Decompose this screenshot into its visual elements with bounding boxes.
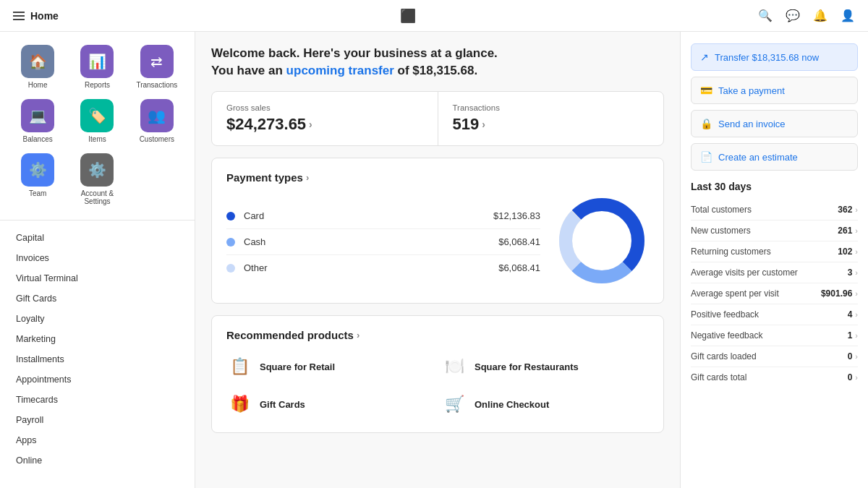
stat-chevron: › xyxy=(855,205,858,214)
sidebar-nav-appointments[interactable]: Appointments xyxy=(0,369,195,390)
transactions-value: 519 › xyxy=(453,115,650,134)
metric-gross-sales[interactable]: Gross sales $24,273.65 › xyxy=(212,92,438,145)
other-name: Other xyxy=(244,262,498,273)
stat-total-customers[interactable]: Total customers 362 › xyxy=(691,200,858,221)
sidebar-item-account[interactable]: ⚙️ Account & Settings xyxy=(69,150,124,208)
donut-chart-container xyxy=(555,194,649,290)
payment-types-content: Card $12,136.83 Cash $6,068.41 Other $6,… xyxy=(226,194,649,290)
logo-icon: ⬛ xyxy=(400,9,416,23)
transfer-link[interactable]: upcoming transfer xyxy=(286,64,394,77)
action-estimate[interactable]: 📄 Create an estimate xyxy=(691,143,858,171)
payment-types-chevron: › xyxy=(306,172,309,183)
donut-chart xyxy=(555,194,649,288)
profile-icon[interactable]: 👤 xyxy=(841,9,855,22)
stat-name-label: Average spent per visit xyxy=(691,288,821,299)
sidebar-item-transactions[interactable]: ⇄ Transactions xyxy=(129,42,184,92)
hamburger-menu[interactable] xyxy=(13,12,25,20)
action-invoice[interactable]: 🔒 Send an invoice xyxy=(691,110,858,137)
home-icon-box: 🏠 xyxy=(21,45,54,78)
sidebar-nav-marketing[interactable]: Marketing xyxy=(0,329,195,349)
account-label: Account & Settings xyxy=(71,189,123,205)
stat-gift-cards-total[interactable]: Gift cards total 0 › xyxy=(691,367,858,388)
sidebar-nav-apps[interactable]: Apps xyxy=(0,430,195,450)
transactions-icon-box: ⇄ xyxy=(140,45,174,78)
sidebar-nav-timecards[interactable]: Timecards xyxy=(0,390,195,410)
stat-name-label: Returning customers xyxy=(691,247,838,257)
sidebar-item-team[interactable]: ⚙️ Team xyxy=(10,150,65,208)
card-name: Card xyxy=(244,210,493,221)
transfer-label: Transfer $18,315.68 now xyxy=(715,52,819,63)
reports-label: Reports xyxy=(85,81,110,89)
stat-average-spent-per-visit[interactable]: Average spent per visit $901.96 › xyxy=(691,283,858,304)
product-giftcards[interactable]: 🎁 Gift Cards xyxy=(226,389,434,419)
sidebar-item-reports[interactable]: 📊 Reports xyxy=(69,42,124,92)
invoice-label: Send an invoice xyxy=(718,119,786,129)
estimate-icon: 📄 xyxy=(700,151,712,163)
other-dot xyxy=(226,264,235,273)
app-shell: Home ⬛ 🔍 💬 🔔 👤 🏠 Home 📊 Reports ⇄ Transa… xyxy=(0,0,868,488)
transfer-icon: ↗ xyxy=(700,51,709,63)
team-label: Team xyxy=(29,189,46,197)
main-area: 🏠 Home 📊 Reports ⇄ Transactions 💻 Balanc… xyxy=(0,32,868,488)
stat-positive-feedback[interactable]: Positive feedback 4 › xyxy=(691,304,858,325)
gross-sales-value: $24,273.65 › xyxy=(226,115,423,134)
sidebar-nav-capital[interactable]: Capital xyxy=(0,228,195,248)
stat-chevron: › xyxy=(855,289,858,298)
metric-transactions[interactable]: Transactions 519 › xyxy=(438,92,664,145)
stat-name-label: New customers xyxy=(691,226,838,236)
retail-name: Square for Retail xyxy=(260,361,335,372)
sidebar-nav-virtual-terminal[interactable]: Virtual Terminal xyxy=(0,268,195,288)
welcome-prefix: You have an xyxy=(211,64,286,77)
card-amount: $12,136.83 xyxy=(493,210,540,221)
balances-icon-box: 💻 xyxy=(21,99,54,132)
last30-title: Last 30 days xyxy=(691,181,858,192)
transactions-chevron: › xyxy=(482,119,485,130)
sidebar-item-customers[interactable]: 👥 Customers xyxy=(129,96,184,146)
sidebar-icons-grid: 🏠 Home 📊 Reports ⇄ Transactions 💻 Balanc… xyxy=(0,42,195,215)
recommended-title[interactable]: Recommended products › xyxy=(226,329,649,341)
stat-average-visits-per-customer[interactable]: Average visits per customer 3 › xyxy=(691,262,858,283)
welcome-suffix: of $18,315.68. xyxy=(394,64,477,77)
product-checkout[interactable]: 🛒 Online Checkout xyxy=(441,389,649,419)
chat-icon[interactable]: 💬 xyxy=(786,9,800,22)
stat-chevron: › xyxy=(855,373,858,382)
stat-chevron: › xyxy=(855,226,858,235)
payment-types-title[interactable]: Payment types › xyxy=(226,171,649,184)
top-bar-logo: ⬛ xyxy=(400,8,416,24)
balances-label: Balances xyxy=(23,135,53,143)
bell-icon[interactable]: 🔔 xyxy=(813,9,827,22)
stat-value: 0 xyxy=(848,351,853,361)
stat-negative-feedback[interactable]: Negative feedback 1 › xyxy=(691,325,858,346)
action-transfer[interactable]: ↗ Transfer $18,315.68 now xyxy=(691,43,858,71)
sidebar-nav-loyalty[interactable]: Loyalty xyxy=(0,309,195,329)
stat-gift-cards-loaded[interactable]: Gift cards loaded 0 › xyxy=(691,346,858,367)
payment-row-cash: Cash $6,068.41 xyxy=(226,229,540,255)
gross-sales-chevron: › xyxy=(309,119,312,130)
restaurants-name: Square for Restaurants xyxy=(475,361,579,372)
top-bar-title: Home xyxy=(30,10,59,22)
payment-list: Card $12,136.83 Cash $6,068.41 Other $6,… xyxy=(226,203,540,281)
sidebar-item-balances[interactable]: 💻 Balances xyxy=(10,96,65,146)
sidebar-nav-gift-cards[interactable]: Gift Cards xyxy=(0,288,195,309)
sidebar-nav-payroll[interactable]: Payroll xyxy=(0,410,195,430)
sidebar-nav-invoices[interactable]: Invoices xyxy=(0,248,195,268)
account-icon-box: ⚙️ xyxy=(80,153,114,187)
sidebar-nav-installments[interactable]: Installments xyxy=(0,349,195,369)
action-buttons: ↗ Transfer $18,315.68 now 💳 Take a payme… xyxy=(691,43,858,171)
top-bar: Home ⬛ 🔍 💬 🔔 👤 xyxy=(0,0,868,32)
sidebar-item-items[interactable]: 🏷️ Items xyxy=(69,96,124,146)
search-icon[interactable]: 🔍 xyxy=(758,9,773,22)
sidebar-nav-online[interactable]: Online xyxy=(0,450,195,471)
action-payment[interactable]: 💳 Take a payment xyxy=(691,77,858,104)
stat-new-customers[interactable]: New customers 261 › xyxy=(691,221,858,241)
product-retail[interactable]: 📋 Square for Retail xyxy=(226,351,434,382)
products-grid: 📋 Square for Retail 🍽️ Square for Restau… xyxy=(226,351,649,419)
product-restaurants[interactable]: 🍽️ Square for Restaurants xyxy=(441,351,649,382)
stats-list: Total customers 362 › New customers 261 … xyxy=(691,200,858,388)
stat-returning-customers[interactable]: Returning customers 102 › xyxy=(691,241,858,262)
payment-row-other: Other $6,068.41 xyxy=(226,255,540,281)
sidebar-item-home[interactable]: 🏠 Home xyxy=(10,42,65,92)
checkout-name: Online Checkout xyxy=(475,399,549,410)
stat-value: 0 xyxy=(848,372,853,382)
items-label: Items xyxy=(88,135,106,143)
